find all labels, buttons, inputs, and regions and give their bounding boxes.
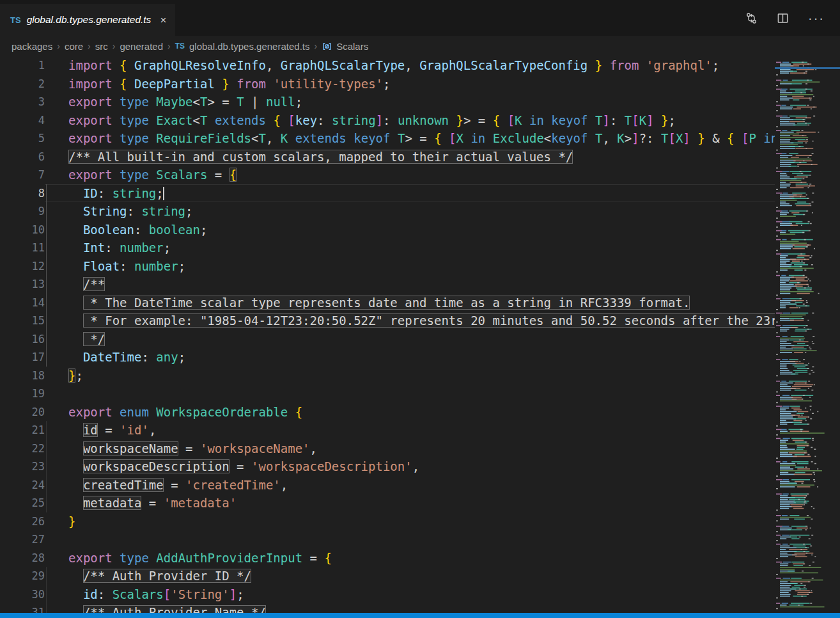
code-line-17[interactable]: 17 DateTime: any; <box>0 348 775 367</box>
code-line-22[interactable]: 22 workspaceName = 'workspaceName', <box>0 440 775 458</box>
code-line-11[interactable]: 11 Int: number; <box>0 239 775 257</box>
line-content: Int: number; <box>45 239 775 257</box>
line-number[interactable]: 18 <box>0 369 45 382</box>
breadcrumb-item-packages[interactable]: packages <box>12 41 52 52</box>
code-line-29[interactable]: 29 /** Auth Provider ID */ <box>0 567 775 585</box>
tab-global-db-types-generated[interactable]: TS global.db.types.generated.ts × <box>0 4 175 36</box>
minimap[interactable] <box>775 56 840 618</box>
code-line-28[interactable]: 28export type AddAuthProviderInput = { <box>0 549 775 567</box>
more-actions-button[interactable]: ··· <box>808 11 825 26</box>
code-line-30[interactable]: 30 id: Scalars['String']; <box>0 585 775 604</box>
line-content <box>45 530 775 549</box>
indent-guide <box>46 239 47 257</box>
line-content: id: Scalars['String']; <box>45 585 775 604</box>
code-line-1[interactable]: 1import { GraphQLResolveInfo, GraphQLSca… <box>0 56 775 75</box>
line-number[interactable]: 28 <box>0 551 45 564</box>
code-line-18[interactable]: 18}; <box>0 367 775 385</box>
line-number[interactable]: 2 <box>0 77 45 90</box>
breadcrumb-separator: › <box>314 41 317 51</box>
line-content: metadata = 'metadata' <box>45 494 775 512</box>
code-line-6[interactable]: 6/** All built-in and custom scalars, ma… <box>0 148 775 166</box>
code-editor[interactable]: 1import { GraphQLResolveInfo, GraphQLSca… <box>0 56 775 618</box>
line-number[interactable]: 25 <box>0 496 45 509</box>
code-line-24[interactable]: 24 createdTime = 'createdTime', <box>0 476 775 495</box>
line-number[interactable]: 13 <box>0 278 45 290</box>
line-number[interactable]: 7 <box>0 168 45 181</box>
text-cursor <box>163 187 164 200</box>
line-number[interactable]: 20 <box>0 406 45 418</box>
tab-close-icon[interactable]: × <box>160 15 166 26</box>
line-content: String: string; <box>45 202 775 221</box>
line-content: import { GraphQLResolveInfo, GraphQLScal… <box>45 56 775 75</box>
line-number[interactable]: 15 <box>0 314 45 327</box>
code-line-27[interactable]: 27 <box>0 530 775 549</box>
code-line-21[interactable]: 21 id = 'id', <box>0 421 775 440</box>
split-editor-icon <box>777 12 789 24</box>
line-number[interactable]: 24 <box>0 479 45 491</box>
line-number[interactable]: 21 <box>0 424 45 436</box>
code-line-13[interactable]: 13 /** <box>0 275 775 294</box>
line-number[interactable]: 30 <box>0 588 45 601</box>
line-content: }; <box>45 367 775 385</box>
code-line-15[interactable]: 15 * For example: "1985-04-12T23:20:50.5… <box>0 312 775 330</box>
line-number[interactable]: 1 <box>0 59 45 72</box>
line-number[interactable]: 14 <box>0 296 45 309</box>
line-number[interactable]: 10 <box>0 223 45 236</box>
code-line-23[interactable]: 23 workspaceDescription = 'workspaceDesc… <box>0 457 775 476</box>
split-editor-button[interactable] <box>777 12 789 24</box>
indent-guide <box>46 275 47 294</box>
code-line-26[interactable]: 26} <box>0 512 775 531</box>
breadcrumb-separator: › <box>113 41 116 51</box>
line-number[interactable]: 19 <box>0 387 45 400</box>
code-line-19[interactable]: 19 <box>0 384 775 403</box>
line-number[interactable]: 29 <box>0 569 45 582</box>
code-line-7[interactable]: 7export type Scalars = { <box>0 166 775 184</box>
indent-guide <box>46 567 47 585</box>
open-changes-button[interactable] <box>745 12 758 24</box>
breadcrumb-item-core[interactable]: core <box>65 41 83 52</box>
code-line-10[interactable]: 10 Boolean: boolean; <box>0 221 775 239</box>
line-content: /** All built-in and custom scalars, map… <box>45 148 775 166</box>
line-number[interactable]: 22 <box>0 442 45 455</box>
line-number[interactable]: 26 <box>0 515 45 528</box>
line-content: Float: number; <box>45 257 775 276</box>
line-number[interactable]: 27 <box>0 533 45 546</box>
indent-guide <box>46 202 47 221</box>
code-line-4[interactable]: 4export type Exact<T extends { [key: str… <box>0 111 775 130</box>
line-number[interactable]: 16 <box>0 333 45 345</box>
line-number[interactable]: 5 <box>0 132 45 145</box>
code-line-2[interactable]: 2import { DeepPartial } from 'utility-ty… <box>0 75 775 93</box>
code-line-25[interactable]: 25 metadata = 'metadata' <box>0 494 775 512</box>
code-line-12[interactable]: 12 Float: number; <box>0 257 775 276</box>
line-number[interactable]: 4 <box>0 114 45 127</box>
line-number[interactable]: 9 <box>0 205 45 218</box>
indent-guide <box>46 330 47 349</box>
code-line-3[interactable]: 3export type Maybe<T> = T | null; <box>0 93 775 111</box>
line-number[interactable]: 6 <box>0 150 45 163</box>
line-content: } <box>45 512 775 531</box>
breadcrumb-item-generated[interactable]: generated <box>120 41 163 52</box>
line-number[interactable]: 12 <box>0 260 45 273</box>
symbol-variable-icon <box>322 41 332 52</box>
line-content <box>45 384 775 403</box>
breadcrumb-item-src[interactable]: src <box>95 41 108 52</box>
line-number[interactable]: 8 <box>0 187 45 200</box>
breadcrumb-item-symbol[interactable]: Scalars <box>322 41 368 52</box>
line-number[interactable]: 11 <box>0 241 45 254</box>
code-line-16[interactable]: 16 */ <box>0 330 775 349</box>
indent-guide <box>46 348 47 367</box>
line-number[interactable]: 3 <box>0 95 45 108</box>
code-line-9[interactable]: 9 String: string; <box>0 202 775 221</box>
code-line-8[interactable]: 8 ID: string; <box>0 184 775 203</box>
indent-guide <box>46 494 47 512</box>
breadcrumb-item-file[interactable]: TSglobal.db.types.generated.ts <box>175 41 310 52</box>
indent-guide <box>46 457 47 476</box>
code-line-20[interactable]: 20export enum WorkspaceOrderable { <box>0 403 775 422</box>
tab-title: global.db.types.generated.ts <box>27 14 152 26</box>
line-number[interactable]: 23 <box>0 460 45 473</box>
breadcrumb: packages›core›src›generated›TSglobal.db.… <box>0 36 840 56</box>
line-number[interactable]: 17 <box>0 351 45 363</box>
code-line-5[interactable]: 5export type RequireFields<T, K extends … <box>0 129 775 148</box>
indent-guide <box>46 184 47 203</box>
code-line-14[interactable]: 14 * The DateTime scalar type represents… <box>0 294 775 312</box>
